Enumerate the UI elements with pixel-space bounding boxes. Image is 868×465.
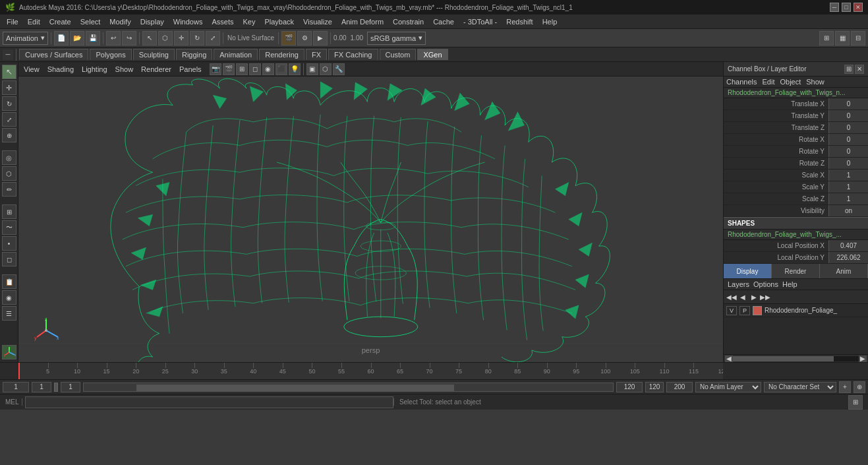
minimize-button[interactable]: ─ bbox=[830, 3, 839, 12]
vp-component-button[interactable]: ⬡ bbox=[320, 63, 332, 75]
save-file-button[interactable]: 💾 bbox=[86, 31, 100, 46]
view-menu-panels[interactable]: Panels bbox=[177, 64, 204, 75]
view-grid-button[interactable]: ▦ bbox=[835, 31, 850, 46]
viewport-3d[interactable]: persp x y z bbox=[18, 77, 723, 362]
layer-arrow-prev[interactable]: ◀ bbox=[738, 292, 748, 302]
outliner-button[interactable]: ☰ bbox=[2, 306, 16, 321]
range-thumb[interactable] bbox=[54, 383, 58, 392]
vp-snap-button[interactable]: 🔧 bbox=[333, 63, 345, 75]
layers-menu-layers[interactable]: Layers bbox=[728, 280, 749, 288]
layer-arrow-next[interactable]: ▶ bbox=[749, 292, 759, 302]
menu-select[interactable]: Select bbox=[76, 16, 105, 27]
vp-grid-button[interactable]: ⊞ bbox=[236, 63, 248, 75]
tab-polygons[interactable]: Polygons bbox=[90, 49, 131, 60]
rotate-mode-button[interactable]: ↻ bbox=[2, 96, 16, 111]
menu-assets[interactable]: Assets bbox=[208, 16, 237, 27]
move-button[interactable]: ✛ bbox=[174, 31, 188, 46]
vp-light-button[interactable]: 💡 bbox=[289, 63, 301, 75]
no-char-set-dropdown[interactable]: No Character Set bbox=[764, 382, 836, 392]
select-button[interactable]: ↖ bbox=[142, 31, 157, 46]
menu-cache[interactable]: Cache bbox=[429, 16, 458, 27]
select-mode-button[interactable]: ↖ bbox=[2, 65, 16, 79]
snap-grid-button[interactable]: ⊞ bbox=[2, 204, 16, 219]
menu-create[interactable]: Create bbox=[45, 16, 75, 27]
axis-button[interactable]: x y z bbox=[2, 345, 16, 359]
range-playback-end-input[interactable] bbox=[645, 382, 664, 392]
vp-camera-button[interactable]: 📷 bbox=[210, 63, 221, 75]
undo-button[interactable]: ↩ bbox=[106, 31, 121, 46]
snap-point-button[interactable]: • bbox=[2, 236, 16, 251]
snap-surface-button[interactable]: ◻ bbox=[2, 252, 16, 266]
history-button[interactable]: 📋 bbox=[2, 274, 16, 289]
close-button[interactable]: ✕ bbox=[854, 3, 863, 12]
menu-help[interactable]: Help bbox=[538, 16, 562, 27]
tab-animation[interactable]: Animation bbox=[214, 49, 258, 60]
render-settings-button[interactable]: ⚙ bbox=[297, 31, 312, 46]
view-full-button[interactable]: ⊟ bbox=[851, 31, 865, 46]
menu-key[interactable]: Key bbox=[239, 16, 259, 27]
vp-texture-button[interactable]: ⬛ bbox=[275, 63, 287, 75]
tab-fx-caching[interactable]: FX Caching bbox=[328, 49, 378, 60]
menu-3dtoall[interactable]: - 3DToAll - bbox=[459, 16, 501, 27]
layers-menu-help[interactable]: Help bbox=[782, 280, 797, 288]
cb-menu-show[interactable]: Show bbox=[806, 78, 825, 86]
menu-constrain[interactable]: Constrain bbox=[389, 16, 428, 27]
menu-anim-deform[interactable]: Anim Deform bbox=[337, 16, 388, 27]
lasso-select-button[interactable]: ⬡ bbox=[2, 166, 16, 181]
rotate-button[interactable]: ↻ bbox=[190, 31, 204, 46]
colorspace-dropdown[interactable]: sRGB gamma ▾ bbox=[367, 32, 426, 45]
isolate-button[interactable]: ◉ bbox=[2, 290, 16, 305]
maximize-button[interactable]: □ bbox=[842, 3, 851, 12]
menu-windows[interactable]: Windows bbox=[169, 16, 207, 27]
tab-display[interactable]: Display bbox=[724, 264, 772, 278]
menu-modify[interactable]: Modify bbox=[105, 16, 134, 27]
soft-select-button[interactable]: ◎ bbox=[2, 150, 16, 165]
menu-pin-button[interactable]: ─ bbox=[3, 49, 13, 60]
layer-arrow-last[interactable]: ▶▶ bbox=[760, 292, 770, 302]
vp-wireframe-button[interactable]: ◻ bbox=[249, 63, 261, 75]
tab-curves-surfaces[interactable]: Curves / Surfaces bbox=[19, 49, 88, 60]
tab-fx[interactable]: FX bbox=[306, 49, 327, 60]
vp-render-button[interactable]: 🎬 bbox=[223, 63, 235, 75]
scrollbar-thumb[interactable] bbox=[733, 356, 834, 361]
anim-layer-button[interactable]: + bbox=[839, 381, 851, 393]
tab-rigging[interactable]: Rigging bbox=[176, 49, 212, 60]
scrollbar-track[interactable] bbox=[733, 356, 859, 361]
layers-menu-options[interactable]: Options bbox=[753, 280, 778, 288]
menu-edit[interactable]: Edit bbox=[24, 16, 44, 27]
paint-select-button[interactable]: ✏ bbox=[2, 182, 16, 197]
layer-arrow-first[interactable]: ◀◀ bbox=[726, 292, 737, 302]
char-set-button[interactable]: ⊕ bbox=[854, 381, 865, 393]
tab-rendering[interactable]: Rendering bbox=[259, 49, 304, 60]
menu-visualize[interactable]: Visualize bbox=[299, 16, 336, 27]
scroll-left-button[interactable]: ◀ bbox=[725, 356, 733, 362]
cb-close-button[interactable]: ✕ bbox=[855, 65, 864, 74]
scale-button[interactable]: ⤢ bbox=[206, 31, 220, 46]
layer-color-swatch[interactable] bbox=[753, 306, 762, 315]
open-file-button[interactable]: 📂 bbox=[70, 31, 84, 46]
playhead[interactable] bbox=[18, 363, 20, 379]
cb-menu-object[interactable]: Object bbox=[780, 78, 801, 86]
cb-menu-channels[interactable]: Channels bbox=[726, 78, 757, 86]
tab-custom[interactable]: Custom bbox=[380, 49, 417, 60]
range-track[interactable] bbox=[83, 383, 614, 392]
no-anim-layer-dropdown[interactable]: No Anim Layer bbox=[695, 382, 761, 392]
view-menu-lighting[interactable]: Lighting bbox=[79, 64, 110, 75]
script-editor-button[interactable]: ⊞ bbox=[848, 395, 863, 410]
cb-detach-button[interactable]: ⊞ bbox=[844, 65, 854, 74]
range-anim-input[interactable] bbox=[61, 382, 80, 392]
layer-visibility-toggle[interactable]: V bbox=[726, 306, 737, 315]
timeline-ruler[interactable]: 5101520253035404550556065707580859095100… bbox=[18, 363, 723, 379]
range-end-input[interactable] bbox=[616, 382, 643, 392]
tab-xgen[interactable]: XGen bbox=[417, 49, 448, 60]
layer-playback-toggle[interactable]: P bbox=[739, 306, 750, 315]
mode-dropdown[interactable]: Animation ▾ bbox=[3, 32, 48, 45]
render-button[interactable]: 🎬 bbox=[281, 31, 296, 46]
view-menu-show[interactable]: Show bbox=[113, 64, 136, 75]
tab-render[interactable]: Render bbox=[772, 264, 820, 278]
menu-redshift[interactable]: Redshift bbox=[502, 16, 536, 27]
lasso-button[interactable]: ⬡ bbox=[158, 31, 173, 46]
tab-anim[interactable]: Anim bbox=[820, 264, 868, 278]
view-menu-renderer[interactable]: Renderer bbox=[138, 64, 174, 75]
tab-sculpting[interactable]: Sculpting bbox=[133, 49, 175, 60]
